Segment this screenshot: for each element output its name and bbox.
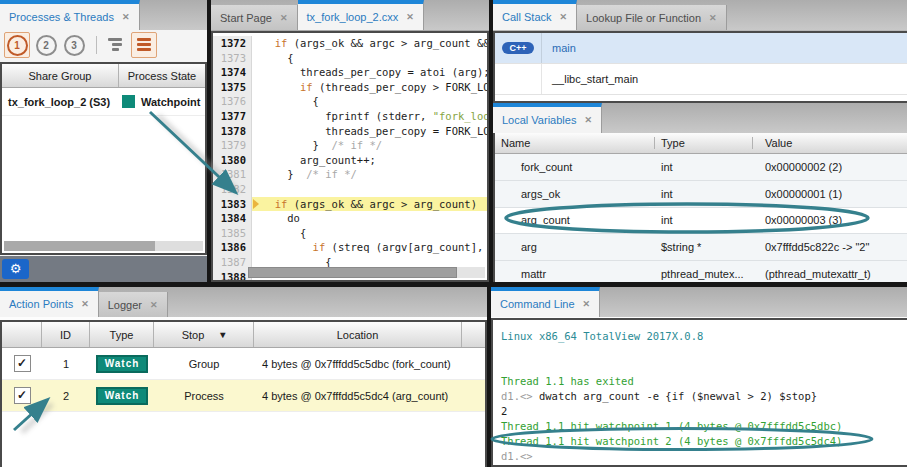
close-icon[interactable]: ✕ (122, 12, 130, 22)
code-line-1381[interactable]: 1381 } /* if */ (213, 167, 487, 182)
group-2-button[interactable]: 2 (34, 33, 58, 57)
code-line-1386[interactable]: 1386 if (streq (argv[arg_count], (213, 240, 487, 255)
stack-frame[interactable]: __libc_start_main (495, 64, 907, 95)
line-number[interactable]: 1381 (213, 167, 252, 182)
value-header[interactable]: Value (753, 137, 907, 149)
group-3-button[interactable]: 3 (62, 33, 86, 57)
processes-hscrollbar[interactable] (4, 241, 203, 251)
id-header[interactable]: ID (42, 322, 90, 347)
tab-lookup-file-or-function[interactable]: Lookup File or Function ✕ (577, 5, 727, 30)
watch-badge[interactable]: Watch (96, 387, 149, 405)
callstack-tabstrip: Call Stack ✕ Lookup File or Function ✕ (493, 0, 907, 30)
code-line-1383[interactable]: 1383 if (args_ok && argc > arg_count) (213, 197, 487, 212)
checkbox[interactable]: ✓ (14, 387, 31, 404)
line-number[interactable]: 1384 (213, 211, 252, 226)
location-header[interactable]: Location (254, 322, 462, 347)
line-number[interactable]: 1385 (213, 226, 252, 241)
settings-button[interactable]: ⚙ (2, 259, 29, 279)
name-header[interactable]: Name (495, 137, 655, 149)
close-icon[interactable]: ✕ (560, 12, 568, 22)
code-line-1375[interactable]: 1375 if (threads_per_copy > FORK_LO (213, 80, 487, 95)
gutter-marker (252, 153, 262, 168)
local-variable-row[interactable]: arg_countint0x00000003 (3) (495, 208, 907, 235)
code-line-1384[interactable]: 1384 do (213, 211, 487, 226)
line-number[interactable]: 1378 (213, 124, 252, 139)
tab-logger[interactable]: Logger ✕ (99, 292, 168, 317)
gutter-marker (252, 124, 262, 139)
close-icon[interactable]: ✕ (81, 299, 89, 309)
watch-badge[interactable]: Watch (96, 355, 149, 373)
line-number[interactable]: 1380 (213, 153, 252, 168)
code-line-1385[interactable]: 1385 { (213, 226, 487, 241)
tree-view-button[interactable] (103, 33, 127, 57)
line-number[interactable]: 1377 (213, 109, 252, 124)
code-line-1379[interactable]: 1379 } /* if */ (213, 138, 487, 153)
code-line-1373[interactable]: 1373 { (213, 51, 487, 66)
line-number[interactable]: 1382 (213, 182, 252, 197)
terminal-output[interactable]: Linux x86_64 TotalView 2017X.0.8 Thread … (491, 318, 907, 467)
tab-command-line[interactable]: Command Line ✕ (491, 287, 600, 317)
process-row[interactable]: tx_fork_loop_2 (S3) Watchpoint (2, 88, 205, 116)
tab-action-points[interactable]: Action Points ✕ (0, 287, 99, 317)
type-cell: Watch (90, 380, 154, 411)
list-view-button[interactable] (131, 32, 157, 58)
scrollbar-thumb[interactable] (248, 267, 457, 278)
code-text: fprintf (stderr, "fork_loo (262, 109, 489, 124)
local-variable-row[interactable]: arg$string *0x7fffdd5c822c -> "2" (495, 234, 907, 261)
enabled-header[interactable] (2, 322, 42, 347)
code-line-1378[interactable]: 1378 threads_per_copy = FORK_LO (213, 124, 487, 139)
gutter-marker (252, 138, 262, 153)
line-number[interactable]: 1383 (213, 197, 252, 212)
line-number[interactable]: 1388 (213, 270, 252, 283)
close-icon[interactable]: ✕ (280, 13, 288, 23)
stack-frame[interactable]: C++main (495, 33, 907, 64)
tab-start-page[interactable]: Start Page ✕ (211, 5, 298, 30)
share-group-header[interactable]: Share Group (2, 64, 119, 87)
tab-source-file[interactable]: tx_fork_loop_2.cxx ✕ (298, 0, 424, 30)
tab-processes-threads[interactable]: Processes & Threads ✕ (0, 0, 140, 30)
chevron-down-icon: ▾ (220, 329, 225, 340)
line-number[interactable]: 1376 (213, 94, 252, 109)
tab-local-variables[interactable]: Local Variables ✕ (493, 103, 602, 133)
close-icon[interactable]: ✕ (583, 299, 591, 309)
close-icon[interactable]: ✕ (584, 115, 592, 125)
code-line-1380[interactable]: 1380 arg_count++; (213, 153, 487, 168)
source-code-area[interactable]: 1372 if (args_ok && argc > arg_count &&1… (211, 31, 489, 282)
location-cell: 4 bytes @ 0x7fffdd5c5dc4 (arg_count) (254, 380, 462, 411)
editor-hscrollbar[interactable] (248, 267, 485, 278)
tab-call-stack[interactable]: Call Stack ✕ (493, 0, 577, 30)
line-number[interactable]: 1379 (213, 138, 252, 153)
code-text: } /* if */ (262, 138, 487, 153)
line-number[interactable]: 1374 (213, 65, 252, 80)
type-header[interactable]: Type (655, 137, 753, 149)
code-line-1377[interactable]: 1377 fprintf (stderr, "fork_loo (213, 109, 487, 124)
tab-label: Logger (108, 299, 142, 311)
line-number[interactable]: 1386 (213, 240, 252, 255)
code-line-1374[interactable]: 1374 threads_per_copy = atoi (arg); (213, 65, 487, 80)
stop-header[interactable]: Stop ▾ (154, 322, 254, 347)
type-header[interactable]: Type (90, 322, 154, 347)
line-number[interactable]: 1373 (213, 51, 252, 66)
code-line-1376[interactable]: 1376 { (213, 94, 487, 109)
process-state-header[interactable]: Process State (119, 64, 205, 87)
line-number[interactable]: 1387 (213, 255, 252, 270)
line-number[interactable]: 1372 (213, 36, 252, 51)
line-number[interactable]: 1375 (213, 80, 252, 95)
local-variable-row[interactable]: args_okint0x00000001 (1) (495, 181, 907, 208)
code-line-1382[interactable]: 1382 (213, 182, 487, 197)
variable-value: 0x00000001 (1) (753, 188, 907, 200)
scrollbar-thumb[interactable] (4, 241, 155, 251)
close-icon[interactable]: ✕ (709, 13, 717, 23)
gutter-marker (252, 51, 262, 66)
local-variable-row[interactable]: mattrpthread_mutex...(pthread_mutexattr_… (495, 261, 907, 282)
action-point-row[interactable]: ✓1WatchGroup4 bytes @ 0x7fffdd5c5dbc (fo… (2, 348, 485, 380)
close-icon[interactable]: ✕ (406, 12, 414, 22)
action-point-row[interactable]: ✓2WatchProcess4 bytes @ 0x7fffdd5c5dc4 (… (2, 380, 485, 412)
group-1-button[interactable]: 1 (4, 32, 30, 58)
terminal-line: d1.<> dwatch arg_count -e {if ($newval >… (501, 389, 907, 404)
checkbox[interactable]: ✓ (14, 355, 31, 372)
terminal-line: Thread 1.1 has exited (501, 374, 907, 389)
code-line-1372[interactable]: 1372 if (args_ok && argc > arg_count && (213, 36, 487, 51)
close-icon[interactable]: ✕ (150, 300, 158, 310)
local-variable-row[interactable]: fork_countint0x00000002 (2) (495, 154, 907, 181)
